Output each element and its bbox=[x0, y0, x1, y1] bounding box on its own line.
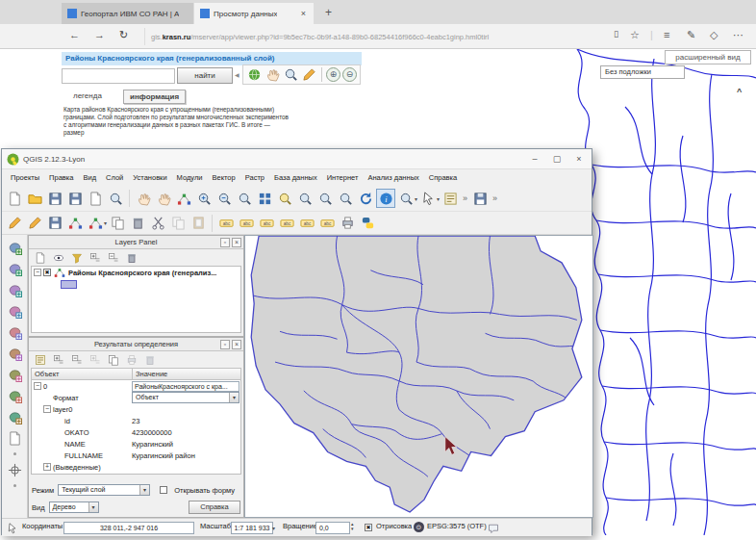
zoom-next-icon[interactable] bbox=[336, 189, 355, 208]
map-expand-icon[interactable]: ^ bbox=[737, 87, 742, 96]
scale-field[interactable]: 1:7 181 933 bbox=[231, 522, 273, 534]
delete-selected-icon[interactable] bbox=[128, 214, 147, 233]
menu-database[interactable]: База данных bbox=[269, 171, 322, 184]
layer-symbol-row[interactable] bbox=[32, 278, 240, 290]
basemap-selector[interactable]: Без подложки bbox=[600, 65, 685, 79]
label-pin-icon[interactable] bbox=[237, 214, 256, 233]
gps-tracking-icon[interactable] bbox=[5, 460, 24, 479]
clear-results-icon[interactable] bbox=[141, 351, 158, 368]
layer-item[interactable]: − ✖ Районы Красноярского края (генерализ… bbox=[32, 267, 240, 278]
add-wfs-layer-icon[interactable] bbox=[5, 407, 24, 426]
field-row[interactable]: FULLNAME Курагинский район bbox=[32, 450, 240, 461]
add-oracle-layer-icon[interactable] bbox=[5, 344, 24, 363]
label-move-icon[interactable] bbox=[277, 214, 296, 233]
qgis-map-canvas[interactable] bbox=[244, 235, 593, 518]
label-rotate-icon[interactable] bbox=[297, 214, 316, 233]
menu-raster[interactable]: Растр bbox=[240, 171, 269, 184]
add-feature-icon[interactable] bbox=[65, 214, 85, 233]
zoom-to-selection-icon[interactable] bbox=[275, 189, 294, 208]
tab-legend[interactable]: легенда bbox=[67, 90, 108, 102]
open-project-icon[interactable] bbox=[25, 189, 44, 208]
pan-icon[interactable] bbox=[265, 66, 281, 83]
toolbar-overflow-icon[interactable]: » bbox=[461, 193, 469, 203]
help-contents-icon[interactable] bbox=[470, 189, 490, 208]
add-postgis-layer-icon[interactable] bbox=[5, 280, 24, 299]
feature-row[interactable]: − 0 РайоныКрасноярского с кра... bbox=[32, 380, 240, 392]
zoom-last-icon[interactable] bbox=[315, 189, 335, 208]
move-nodes-icon[interactable] bbox=[174, 189, 193, 208]
dropdown-icon[interactable]: ▾ bbox=[88, 502, 98, 512]
menu-web[interactable]: Интернет bbox=[322, 171, 364, 184]
expand-all-icon[interactable] bbox=[87, 249, 103, 266]
find-button[interactable]: найти bbox=[177, 67, 233, 84]
add-spatialite-layer-icon[interactable] bbox=[5, 301, 24, 321]
status-marker-icon[interactable] bbox=[4, 520, 20, 536]
menu-projects[interactable]: Проекты bbox=[6, 171, 44, 184]
save-project-icon[interactable] bbox=[45, 189, 64, 208]
current-edits-icon[interactable] bbox=[5, 214, 24, 233]
composer-manager-icon[interactable] bbox=[106, 189, 125, 208]
url-field[interactable]: gis.krasn.ru/mserver/app/viewer.php?id=9… bbox=[144, 28, 606, 45]
refresh-map-icon[interactable] bbox=[356, 189, 375, 208]
touch-zoom-icon[interactable] bbox=[154, 189, 173, 208]
tab-close-icon[interactable]: × bbox=[299, 9, 308, 18]
render-checkbox[interactable]: ✖ bbox=[365, 524, 372, 531]
menu-edit[interactable]: Правка bbox=[44, 171, 78, 184]
open-attribute-table-icon[interactable] bbox=[441, 189, 460, 208]
zoom-full-icon[interactable] bbox=[255, 189, 274, 208]
new-tab-button[interactable]: + bbox=[325, 6, 332, 19]
identify-features-icon[interactable] bbox=[376, 189, 395, 208]
panel-float-icon[interactable]: ▫ bbox=[220, 238, 230, 247]
back-icon[interactable]: ← bbox=[69, 29, 80, 40]
minimize-icon[interactable]: – bbox=[524, 152, 545, 167]
toggle-editing-icon[interactable] bbox=[25, 214, 44, 233]
reading-view-icon[interactable]: ▯ bbox=[614, 29, 618, 39]
new-project-icon[interactable] bbox=[5, 189, 24, 208]
zoom-in-button[interactable]: ⊕ bbox=[326, 67, 340, 82]
menu-settings[interactable]: Установки bbox=[128, 171, 171, 184]
share-icon[interactable]: ◇ bbox=[710, 29, 718, 41]
expand-new-results-icon[interactable] bbox=[87, 351, 103, 368]
save-project-as-icon[interactable] bbox=[65, 189, 85, 208]
messages-icon[interactable] bbox=[485, 520, 501, 536]
dropdown-icon[interactable]: ▾ bbox=[229, 393, 239, 402]
menu-analysis[interactable]: Анализ данных bbox=[363, 171, 423, 184]
measure-icon[interactable] bbox=[301, 66, 317, 83]
pan-map-icon[interactable] bbox=[134, 189, 153, 208]
menu-layer[interactable]: Слой bbox=[101, 171, 128, 184]
add-mssql-layer-icon[interactable] bbox=[5, 322, 24, 342]
python-console-icon[interactable] bbox=[358, 214, 377, 233]
search-input[interactable] bbox=[62, 68, 175, 84]
layer-diagram-icon[interactable] bbox=[338, 214, 357, 233]
collapse-panel-icon[interactable]: ◀ bbox=[235, 71, 239, 78]
new-shapefile-layer-icon[interactable] bbox=[5, 428, 24, 448]
expand-tree-icon[interactable] bbox=[50, 351, 66, 368]
panel-close-icon[interactable]: × bbox=[232, 238, 241, 247]
move-feature-icon[interactable] bbox=[108, 214, 127, 233]
copy-features-icon[interactable] bbox=[168, 214, 188, 233]
label-settings-icon[interactable] bbox=[216, 214, 236, 233]
add-vector-layer-icon[interactable] bbox=[5, 238, 24, 257]
node-tool-icon[interactable] bbox=[86, 214, 105, 233]
crs-status[interactable]: EPSG:3575 (OTF) bbox=[427, 522, 487, 530]
layer-visibility-checkbox[interactable]: ✖ bbox=[43, 269, 51, 276]
field-row[interactable]: OKATO 4230000000 bbox=[32, 426, 240, 438]
web-note-icon[interactable]: ✎ bbox=[687, 29, 695, 41]
save-edits-icon[interactable] bbox=[45, 214, 64, 233]
column-value[interactable]: Значение bbox=[133, 368, 241, 380]
dropdown-icon[interactable]: ▾ bbox=[139, 485, 149, 495]
favorites-star-icon[interactable]: ☆ bbox=[630, 29, 640, 41]
full-extent-icon[interactable] bbox=[246, 66, 263, 83]
remove-layer-icon[interactable] bbox=[123, 249, 139, 266]
open-layer-styling-icon[interactable] bbox=[32, 249, 48, 266]
format-row[interactable]: Формат Объект▾ bbox=[32, 392, 240, 403]
expander-icon[interactable]: − bbox=[34, 269, 41, 276]
add-raster-layer-icon[interactable] bbox=[5, 259, 24, 278]
paste-features-icon[interactable] bbox=[189, 214, 208, 233]
more-icon[interactable]: ⋯ bbox=[733, 29, 743, 41]
manage-map-themes-icon[interactable] bbox=[50, 249, 66, 266]
menu-vector[interactable]: Вектор bbox=[207, 171, 239, 184]
view-combo[interactable]: Дерево▾ bbox=[49, 501, 99, 513]
tab-info[interactable]: информация bbox=[123, 90, 186, 104]
zoom-to-layer-icon[interactable] bbox=[295, 189, 315, 208]
